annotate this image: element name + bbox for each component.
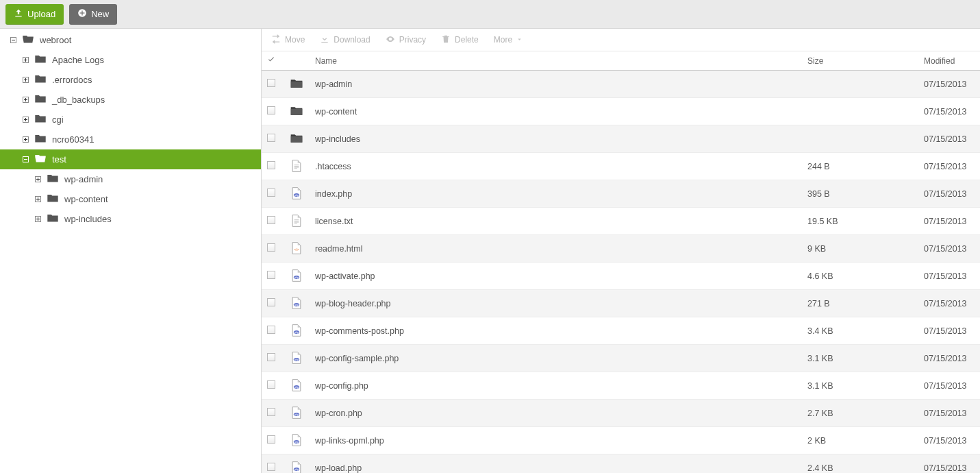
move-action[interactable]: Move — [271, 34, 305, 46]
tree-item[interactable]: test — [0, 149, 261, 169]
row-checkbox[interactable] — [267, 189, 275, 197]
more-action[interactable]: More — [494, 35, 523, 45]
expand-icon[interactable] — [34, 196, 41, 203]
privacy-action[interactable]: Privacy — [386, 34, 426, 46]
file-size: 244 B — [802, 153, 918, 180]
file-modified: 07/15/2013 — [918, 290, 980, 317]
upload-button[interactable]: Upload — [5, 4, 64, 25]
delete-action[interactable]: Delete — [441, 34, 479, 46]
file-name: wp-content — [310, 98, 802, 125]
tree-item[interactable]: webroot — [0, 30, 261, 50]
upload-label: Upload — [27, 9, 55, 19]
file-row[interactable]: wp-blog-header.php271 B07/15/2013 — [262, 290, 980, 317]
file-modified: 07/15/2013 — [918, 345, 980, 372]
file-modified: 07/15/2013 — [918, 153, 980, 180]
row-checkbox[interactable] — [267, 380, 275, 389]
tree-item-label: .errordocs — [52, 75, 92, 85]
row-checkbox[interactable] — [267, 271, 275, 279]
file-name: index.php — [310, 180, 802, 208]
folder-open-icon — [22, 34, 34, 46]
file-size: 3.4 KB — [802, 317, 918, 345]
file-modified: 07/15/2013 — [918, 125, 980, 153]
folder-icon — [34, 74, 47, 86]
file-name: wp-comments-post.php — [310, 317, 802, 345]
file-row[interactable]: wp-activate.php4.6 KB07/15/2013 — [262, 263, 980, 290]
file-row[interactable]: wp-config-sample.php3.1 KB07/15/2013 — [262, 345, 980, 372]
text-icon — [289, 213, 304, 228]
file-name: wp-admin — [310, 71, 802, 98]
row-checkbox[interactable] — [267, 298, 275, 306]
file-row[interactable]: license.txt19.5 KB07/15/2013 — [262, 208, 980, 235]
col-size[interactable]: Size — [802, 51, 918, 71]
svg-rect-24 — [38, 178, 38, 181]
row-checkbox[interactable] — [267, 161, 275, 169]
row-checkbox[interactable] — [267, 326, 275, 334]
tree-item-label: Apache Logs — [52, 55, 104, 65]
file-row[interactable]: wp-admin07/15/2013 — [262, 71, 980, 98]
file-row[interactable]: readme.html9 KB07/15/2013 — [262, 235, 980, 263]
row-checkbox[interactable] — [267, 435, 275, 444]
file-modified: 07/15/2013 — [918, 400, 980, 427]
row-checkbox[interactable] — [267, 106, 275, 114]
file-size: 3.1 KB — [802, 372, 918, 400]
collapse-icon[interactable] — [22, 156, 29, 163]
file-modified: 07/15/2013 — [918, 71, 980, 98]
folder-icon — [47, 213, 59, 225]
move-label: Move — [285, 35, 305, 45]
tree-item-label: test — [52, 154, 66, 165]
folder-icon — [289, 131, 304, 146]
tree-item[interactable]: wp-includes — [0, 209, 261, 229]
file-row[interactable]: wp-config.php3.1 KB07/15/2013 — [262, 372, 980, 400]
expand-icon[interactable] — [22, 57, 29, 64]
file-modified: 07/15/2013 — [918, 180, 980, 208]
tree-item[interactable]: .errordocs — [0, 70, 261, 90]
file-row[interactable]: wp-links-opml.php2 KB07/15/2013 — [262, 427, 980, 454]
expand-icon[interactable] — [22, 136, 29, 143]
tree-item[interactable]: ncro60341 — [0, 130, 261, 149]
expand-icon[interactable] — [34, 216, 41, 223]
col-name[interactable]: Name — [310, 51, 802, 71]
new-button[interactable]: New — [69, 4, 117, 25]
tree-item[interactable]: wp-content — [0, 189, 261, 209]
tree-item[interactable]: Apache Logs — [0, 50, 261, 70]
file-row[interactable]: wp-cron.php2.7 KB07/15/2013 — [262, 400, 980, 427]
tree-item-label: cgi — [52, 114, 64, 125]
select-all-icon[interactable] — [267, 56, 275, 66]
row-checkbox[interactable] — [267, 243, 275, 252]
download-action[interactable]: Download — [320, 34, 370, 46]
file-modified: 07/15/2013 — [918, 454, 980, 473]
folder-icon — [34, 54, 47, 66]
folder-icon — [47, 193, 59, 205]
svg-rect-30 — [38, 217, 38, 221]
file-row[interactable]: index.php395 B07/15/2013 — [262, 180, 980, 208]
collapse-icon[interactable] — [10, 37, 16, 44]
expand-icon[interactable] — [22, 77, 29, 84]
row-checkbox[interactable] — [267, 408, 275, 416]
folder-open-icon — [34, 154, 47, 165]
file-row[interactable]: wp-includes07/15/2013 — [262, 125, 980, 153]
folder-icon — [47, 173, 59, 185]
privacy-label: Privacy — [399, 35, 426, 45]
expand-icon[interactable] — [22, 117, 29, 123]
row-checkbox[interactable] — [267, 216, 275, 224]
file-row[interactable]: wp-load.php2.4 KB07/15/2013 — [262, 454, 980, 473]
file-name: wp-config-sample.php — [310, 345, 802, 372]
eye-icon — [386, 34, 395, 46]
svg-rect-21 — [24, 159, 27, 160]
folder-icon — [289, 104, 304, 119]
row-checkbox[interactable] — [267, 79, 275, 87]
tree-item[interactable]: cgi — [0, 110, 261, 130]
tree-item[interactable]: _db_backups — [0, 90, 261, 110]
tree-item-label: wp-includes — [64, 214, 112, 224]
expand-icon[interactable] — [34, 176, 41, 183]
row-checkbox[interactable] — [267, 463, 275, 471]
file-row[interactable]: .htaccess244 B07/15/2013 — [262, 153, 980, 180]
row-checkbox[interactable] — [267, 134, 275, 142]
row-checkbox[interactable] — [267, 353, 275, 361]
file-row[interactable]: wp-content07/15/2013 — [262, 98, 980, 125]
file-modified: 07/15/2013 — [918, 372, 980, 400]
tree-item[interactable]: wp-admin — [0, 169, 261, 189]
file-row[interactable]: wp-comments-post.php3.4 KB07/15/2013 — [262, 317, 980, 345]
col-modified[interactable]: Modified — [918, 51, 980, 71]
expand-icon[interactable] — [22, 97, 29, 104]
